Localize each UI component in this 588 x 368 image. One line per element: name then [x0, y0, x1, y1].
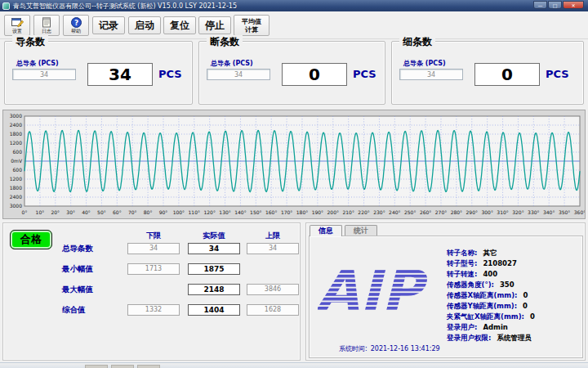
info-field-value: 系统管理员 — [497, 334, 532, 342]
svg-text:3000: 3000 — [10, 203, 22, 209]
svg-text:170°: 170° — [281, 209, 292, 215]
svg-text:150°: 150° — [250, 209, 261, 215]
svg-text:2400: 2400 — [10, 194, 22, 200]
aip-logo: AIP — [318, 261, 442, 321]
groupbox-title: 导条数 — [12, 35, 48, 49]
info-field: 夹紧气缸X轴距离(mm):0 — [447, 307, 535, 317]
tab-statistics[interactable]: 统计 — [345, 225, 377, 236]
total-bars-label: 总导条 (PCS) — [403, 59, 446, 68]
total-bars-field: 34 — [12, 69, 76, 80]
record-button[interactable]: 记录 — [92, 16, 125, 34]
svg-text:90°: 90° — [159, 209, 168, 215]
window-title: 青岛艾普智能仪器有限公司--转子测试系统 (新松) V15.0.0 LSY 20… — [13, 2, 237, 11]
svg-text:310°: 310° — [497, 209, 508, 215]
info-field: 登录用户权限:系统管理员 — [447, 328, 535, 339]
svg-text:260°: 260° — [420, 209, 431, 215]
svg-text:250°: 250° — [404, 209, 416, 215]
info-field: 传感器角度(°):350 — [447, 275, 535, 285]
svg-text:290°: 290° — [466, 209, 478, 215]
svg-text:1200: 1200 — [10, 176, 22, 182]
total-bars-field: 34 — [207, 69, 270, 80]
waveform-panel: 30002400180012006000mV600120018002400300… — [2, 110, 586, 219]
svg-text:200°: 200° — [327, 209, 339, 215]
bar-count-unit: PCS — [158, 68, 182, 80]
broken-count-unit: PCS — [353, 68, 376, 80]
svg-text:350°: 350° — [559, 209, 570, 215]
svg-text:600: 600 — [13, 167, 23, 173]
log-button-label: 日志 — [42, 28, 51, 34]
min-amplitude-lower: 1713 — [127, 263, 180, 275]
start-button[interactable]: 启动 — [128, 16, 161, 34]
composite-actual: 1404 — [188, 304, 240, 316]
window-bottom-border — [0, 362, 588, 368]
svg-text:0°: 0° — [22, 209, 28, 215]
svg-text:80°: 80° — [144, 209, 153, 215]
max-amplitude-upper: 3846 — [247, 284, 299, 295]
svg-text:3000: 3000 — [10, 113, 22, 119]
waveform-chart: 30002400180012006000mV600120018002400300… — [3, 110, 585, 218]
average-calc-line2: 计算 — [234, 26, 269, 34]
info-field: 传感器Y轴距离(mm):0 — [447, 296, 535, 307]
settings-button[interactable]: 设置 — [4, 15, 30, 36]
help-button[interactable]: ? 帮助 — [63, 15, 89, 36]
header-actual-value: 实际值 — [188, 231, 240, 241]
info-field: 转子名称:其它 — [447, 243, 535, 254]
thin-count-value: 0 — [474, 63, 540, 86]
svg-text:230°: 230° — [373, 209, 385, 215]
info-field: 转子型号:2108027 — [447, 254, 535, 264]
svg-text:110°: 110° — [189, 209, 200, 215]
reset-button[interactable]: 复位 — [163, 16, 196, 34]
broken-count-value: 0 — [282, 63, 347, 86]
total-bars-upper: 34 — [247, 243, 299, 254]
result-panel: 合格 下限 实际值 上限 总导条数 34 34 34 最小幅值 1713 187… — [2, 222, 301, 361]
svg-text:340°: 340° — [543, 209, 555, 215]
total-bars-label: 总导条 (PCS) — [16, 59, 59, 68]
info-fields: 转子名称:其它转子型号:2108027转子转速:400传感器角度(°):350传… — [447, 243, 535, 339]
total-bars-lower: 34 — [127, 243, 180, 254]
groupbox-thin-count: 细条数 总导条 (PCS) 34 0 PCS — [391, 41, 584, 105]
groupbox-bar-count: 导条数 总导条 (PCS) 34 34 PCS — [4, 41, 193, 105]
total-bars-field: 34 — [399, 69, 463, 80]
average-calc-line1: 平均值 — [234, 18, 269, 26]
groupbox-title: 断条数 — [207, 35, 243, 49]
taskbar-fragment — [137, 365, 160, 368]
total-bars-actual: 34 — [188, 243, 240, 254]
svg-text:0mV: 0mV — [11, 158, 23, 164]
svg-text:120°: 120° — [203, 209, 215, 215]
svg-text:100°: 100° — [173, 209, 185, 215]
svg-text:220°: 220° — [358, 209, 369, 215]
svg-text:600: 600 — [13, 149, 23, 155]
average-calc-button[interactable]: 平均值 计算 — [234, 15, 270, 36]
svg-text:330°: 330° — [528, 209, 539, 215]
svg-text:300°: 300° — [481, 209, 492, 215]
toolbar: 设置 日志 ? 帮助 记录 启动 复位 停止 平均值 计算 — [0, 11, 588, 39]
svg-text:20°: 20° — [51, 209, 60, 215]
row-label-composite: 综合值 — [62, 305, 127, 316]
help-button-label: 帮助 — [71, 28, 81, 34]
info-field: 转子转速:400 — [447, 264, 535, 275]
minimize-button[interactable]: — — [533, 1, 547, 9]
svg-text:180°: 180° — [296, 209, 308, 215]
groupbox-broken-count: 断条数 总导条 (PCS) 34 0 PCS — [198, 41, 385, 105]
settings-button-label: 设置 — [12, 28, 22, 34]
bar-count-value: 34 — [87, 63, 153, 86]
svg-text:1800: 1800 — [10, 131, 22, 137]
tab-info[interactable]: 信息 — [310, 225, 342, 236]
min-amplitude-actual: 1875 — [188, 263, 240, 275]
info-field: 传感器X轴距离(mm):0 — [447, 285, 535, 296]
svg-text:70°: 70° — [128, 209, 137, 215]
svg-text:190°: 190° — [312, 209, 323, 215]
groupbox-title: 细条数 — [399, 35, 435, 49]
svg-text:40°: 40° — [82, 209, 91, 215]
total-bars-label: 总导条 (PCS) — [211, 59, 253, 68]
settings-icon — [11, 17, 24, 28]
info-panel: 信息 统计 AIP 转子名称:其它转子型号:2108027转子转速:400传感器… — [305, 222, 586, 361]
close-button[interactable]: ✕ — [563, 1, 584, 9]
stop-button[interactable]: 停止 — [198, 16, 231, 34]
log-button[interactable]: 日志 — [33, 15, 60, 36]
app-icon — [2, 2, 10, 10]
svg-text:60°: 60° — [113, 209, 122, 215]
maximize-button[interactable]: □ — [548, 1, 562, 9]
info-field-label: 登录用户权限: — [447, 334, 491, 342]
svg-text:210°: 210° — [342, 209, 354, 215]
